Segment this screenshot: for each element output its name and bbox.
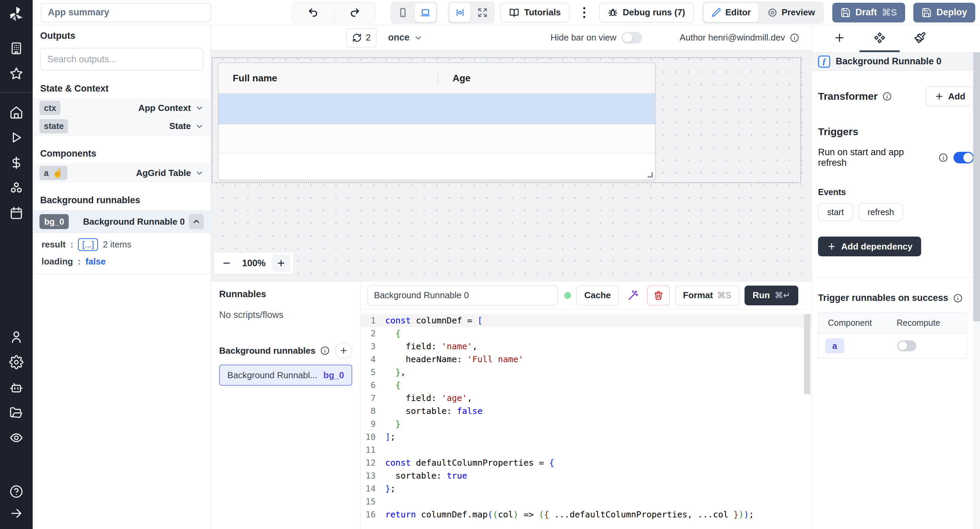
more-menu-button[interactable]: [578, 3, 591, 22]
windmill-logo-icon[interactable]: [6, 4, 26, 24]
zoom-in-button[interactable]: [272, 255, 290, 272]
debug-runs-button[interactable]: Debug runs (7): [599, 3, 694, 22]
info-icon[interactable]: [882, 92, 892, 101]
code-line[interactable]: 10];: [361, 430, 811, 443]
info-icon[interactable]: [790, 33, 799, 43]
zoom-out-button[interactable]: [218, 255, 236, 272]
right-panel-divider: [812, 277, 980, 278]
cache-button[interactable]: Cache: [576, 285, 619, 305]
info-icon[interactable]: [939, 153, 948, 163]
info-icon[interactable]: [953, 293, 963, 303]
output-row-component-a[interactable]: a☝ AgGrid Table: [33, 164, 211, 182]
app-canvas[interactable]: Full name Age: [211, 50, 811, 281]
top-toolbar: Tutorials Debug runs (7) Editor Preview: [33, 0, 980, 25]
collapse-bg0-button[interactable]: [189, 214, 204, 229]
windmill-app-editor: Tutorials Debug runs (7) Editor Preview: [0, 0, 980, 529]
app-summary-input[interactable]: [41, 3, 211, 22]
sidebar-item-folders[interactable]: [5, 402, 27, 424]
code-line[interactable]: 6 {: [361, 379, 811, 392]
code-line[interactable]: 7 field: 'age',: [361, 392, 811, 405]
resize-handle[interactable]: [648, 172, 653, 178]
tab-insert-component[interactable]: [819, 25, 859, 52]
info-icon[interactable]: [320, 346, 330, 355]
sidebar-item-home[interactable]: [5, 102, 27, 123]
output-row-state[interactable]: state State: [33, 117, 211, 135]
expand-sidebar-button[interactable]: [5, 502, 27, 524]
help-button[interactable]: [5, 481, 27, 502]
run-button[interactable]: Run ⌘↵: [745, 285, 799, 305]
right-panel-scrollbar[interactable]: [973, 53, 980, 529]
table-row[interactable]: [218, 124, 655, 153]
code-line[interactable]: 5 },: [361, 366, 811, 379]
hide-bar-toggle[interactable]: [622, 32, 642, 43]
format-button[interactable]: Format ⌘S: [675, 285, 739, 305]
sidebar-item-runs[interactable]: [5, 127, 27, 148]
sidebar-item-resources[interactable]: [5, 177, 27, 199]
full-width-button[interactable]: [472, 3, 493, 22]
code-scrollbar-thumb[interactable]: [804, 314, 810, 394]
output-row-ctx[interactable]: ctx App Context: [33, 99, 211, 117]
output-row-bg0[interactable]: bg_0 Background Runnable 0: [33, 210, 211, 233]
component-a-chip[interactable]: a: [825, 338, 844, 353]
ai-assistant-button[interactable]: [624, 285, 642, 305]
mobile-view-button[interactable]: [392, 3, 414, 22]
deploy-button[interactable]: Deploy: [913, 3, 975, 22]
result-array-box[interactable]: [...]: [78, 238, 98, 251]
aggrid-table-component[interactable]: Full name Age: [218, 63, 655, 180]
add-transformer-button[interactable]: Add: [926, 86, 974, 106]
left-rail: [0, 0, 33, 529]
sidebar-item-settings[interactable]: [5, 351, 27, 373]
delete-runnable-button[interactable]: [647, 285, 670, 305]
search-outputs-input[interactable]: [40, 48, 204, 70]
add-dependency-button[interactable]: Add dependency: [818, 237, 921, 257]
sidebar-item-schedules[interactable]: [5, 202, 27, 224]
scrollbar-thumb[interactable]: [973, 53, 980, 321]
sidebar-item-users[interactable]: [5, 326, 27, 348]
background-runnables-title: Background runnables: [40, 195, 211, 206]
redo-button[interactable]: [334, 2, 375, 23]
undo-icon: [307, 7, 319, 18]
runnable-list-item-bg0[interactable]: Background Runnabl... bg_0: [219, 365, 352, 386]
table-header-fullname[interactable]: Full name: [218, 73, 438, 84]
run-shortcut: ⌘↵: [775, 290, 790, 300]
code-line[interactable]: 11: [361, 443, 811, 456]
event-chip-refresh[interactable]: refresh: [859, 203, 904, 221]
sidebar-item-variables[interactable]: [5, 152, 27, 174]
editor-tab[interactable]: Editor: [704, 3, 759, 22]
sidebar-item-workers[interactable]: [5, 376, 27, 398]
frequency-dropdown[interactable]: once: [388, 32, 422, 43]
tab-component-settings[interactable]: [859, 25, 900, 52]
sidebar-item-favorites[interactable]: [5, 63, 27, 84]
desktop-view-button[interactable]: [415, 3, 436, 22]
code-line[interactable]: 16return columnDef.map((col) => ({ ...de…: [361, 508, 811, 521]
table-row-selected[interactable]: [218, 94, 655, 124]
code-line[interactable]: 14};: [361, 482, 811, 495]
tab-styling[interactable]: [900, 25, 940, 52]
undo-button[interactable]: [292, 2, 334, 23]
code-editor-lines[interactable]: 1const columnDef = [2 {3 field: 'name',4…: [361, 309, 811, 529]
code-line[interactable]: 1const columnDef = [: [361, 314, 811, 327]
refresh-count-button[interactable]: 2: [347, 28, 376, 47]
code-line[interactable]: 8 sortable: false: [361, 405, 811, 418]
code-line[interactable]: 2 {: [361, 327, 811, 340]
code-line[interactable]: 4 headerName: 'Full name': [361, 353, 811, 366]
sidebar-item-workspace[interactable]: [5, 37, 27, 59]
code-line[interactable]: 15: [361, 495, 811, 508]
plus-icon: [339, 346, 348, 355]
bounded-width-button[interactable]: [450, 3, 471, 22]
recompute-toggle[interactable]: [897, 340, 916, 351]
tutorials-button[interactable]: Tutorials: [501, 3, 569, 22]
runnable-name-input[interactable]: [368, 285, 558, 305]
preview-tab[interactable]: Preview: [760, 3, 822, 22]
code-line[interactable]: 13 sortable: true: [361, 469, 811, 482]
code-line[interactable]: 9 }: [361, 418, 811, 430]
sidebar-item-audit[interactable]: [5, 427, 27, 449]
event-chip-start[interactable]: start: [818, 203, 853, 221]
code-line[interactable]: 12const defaultColumnProperties = {: [361, 456, 811, 469]
code-line[interactable]: 3 field: 'name',: [361, 340, 811, 353]
run-label: Run: [753, 290, 770, 301]
run-on-start-toggle[interactable]: [953, 152, 974, 163]
table-header-age[interactable]: Age: [438, 73, 471, 84]
add-background-runnable-button[interactable]: [335, 342, 352, 359]
draft-button[interactable]: Draft ⌘S: [832, 3, 905, 22]
